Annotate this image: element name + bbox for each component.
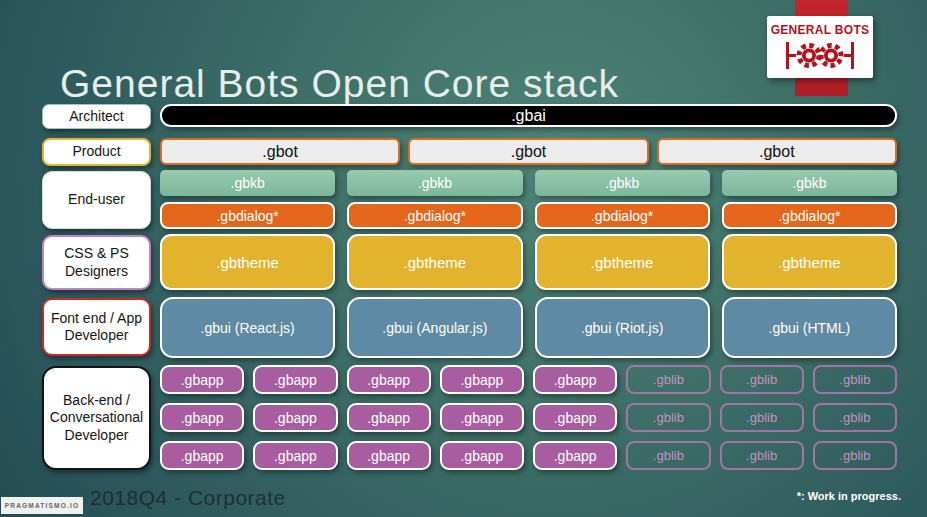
gbkb-box: .gbkb [347, 170, 522, 196]
role-label-backend-conversational-developer: Back-end / Conversational Developer [42, 366, 151, 470]
gbapp-box: .gbapp [347, 365, 431, 394]
general-bots-logo: GENERAL BOTS [767, 16, 873, 78]
gbapp-box: .gbapp [253, 365, 337, 394]
gbapp-box: .gbapp [533, 403, 617, 432]
role-label-frontend-app-developer: Font end / App Developer [42, 298, 151, 356]
gears-icon [783, 37, 857, 73]
gbtheme-box: .gbtheme [722, 234, 897, 290]
gbapp-box: .gbapp [533, 441, 617, 470]
role-label-architect: Architect [42, 104, 151, 129]
gblib-box: .gblib [626, 403, 710, 432]
gbdialog-box: .gbdialog* [347, 202, 522, 229]
gbot-box: .gbot [160, 138, 400, 165]
role-label-product: Product [42, 138, 151, 166]
page-title: General Bots Open Core stack [60, 62, 619, 106]
gbkb-box: .gbkb [535, 170, 710, 196]
gbai-row: .gbai [160, 104, 897, 127]
gbtheme-row: .gbtheme .gbtheme .gbtheme .gbtheme [160, 234, 897, 290]
gbtheme-box: .gbtheme [160, 234, 335, 290]
gblib-box: .gblib [813, 365, 897, 394]
gbapp-gblib-row-3: .gbapp .gbapp .gbapp .gbapp .gbapp .gbli… [160, 441, 897, 470]
gbdialog-box: .gbdialog* [160, 202, 335, 229]
gbapp-box: .gbapp [440, 403, 524, 432]
role-label-end-user: End-user [42, 171, 151, 229]
gbapp-gblib-row-2: .gbapp .gbapp .gbapp .gbapp .gbapp .gbli… [160, 403, 897, 432]
gbui-riot-box: .gbui (Riot.js) [535, 297, 710, 358]
gbkb-row: .gbkb .gbkb .gbkb .gbkb [160, 170, 897, 196]
gblib-box: .gblib [813, 403, 897, 432]
gbapp-box: .gbapp [347, 403, 431, 432]
gbai-box: .gbai [160, 104, 897, 127]
gbtheme-box: .gbtheme [535, 234, 710, 290]
gbot-box: .gbot [408, 138, 648, 165]
gbapp-box: .gbapp [160, 365, 244, 394]
gbui-react-box: .gbui (React.js) [160, 297, 335, 358]
gblib-box: .gblib [626, 441, 710, 470]
gbui-html-box: .gbui (HTML) [722, 297, 897, 358]
gbot-box: .gbot [657, 138, 897, 165]
gbdialog-row: .gbdialog* .gbdialog* .gbdialog* .gbdial… [160, 202, 897, 229]
pragmatismo-watermark: PRAGMATISMO.IO [1, 497, 83, 514]
gbapp-box: .gbapp [440, 441, 524, 470]
gbapp-box: .gbapp [160, 441, 244, 470]
gbdialog-box: .gbdialog* [722, 202, 897, 229]
gblib-box: .gblib [720, 441, 804, 470]
footer-version-text: 2018Q4 - Corporate [90, 486, 286, 510]
gbui-row: .gbui (React.js) .gbui (Angular.js) .gbu… [160, 297, 897, 358]
gbkb-box: .gbkb [160, 170, 335, 196]
gbapp-box: .gbapp [533, 365, 617, 394]
gbapp-box: .gbapp [253, 403, 337, 432]
gbapp-box: .gbapp [160, 403, 244, 432]
gblib-box: .gblib [626, 365, 710, 394]
gblib-box: .gblib [813, 441, 897, 470]
gbapp-box: .gbapp [440, 365, 524, 394]
gbkb-box: .gbkb [722, 170, 897, 196]
logo-brand-text: GENERAL BOTS [771, 23, 870, 37]
gblib-box: .gblib [720, 403, 804, 432]
slide-canvas: General Bots Open Core stack GENERAL BOT… [0, 0, 927, 517]
gbtheme-box: .gbtheme [347, 234, 522, 290]
gbapp-gblib-row-1: .gbapp .gbapp .gbapp .gbapp .gbapp .gbli… [160, 365, 897, 394]
work-in-progress-note: *: Work in progress. [797, 490, 901, 502]
gblib-box: .gblib [720, 365, 804, 394]
gbot-row: .gbot .gbot .gbot [160, 138, 897, 165]
role-label-css-ps-designers: CSS & PS Designers [42, 235, 151, 290]
gbdialog-box: .gbdialog* [535, 202, 710, 229]
gbui-angular-box: .gbui (Angular.js) [347, 297, 522, 358]
gbapp-box: .gbapp [253, 441, 337, 470]
gbapp-box: .gbapp [347, 441, 431, 470]
